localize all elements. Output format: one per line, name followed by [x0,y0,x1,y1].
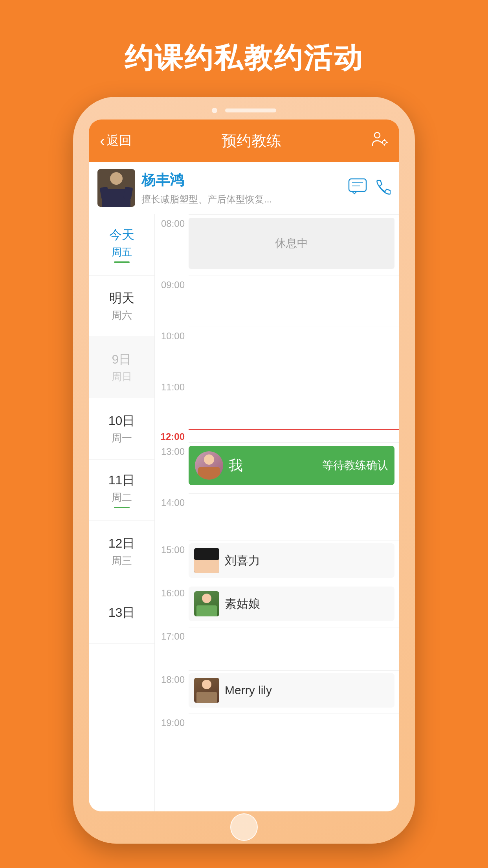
app-header: ‹ 返回 预约教练 [89,120,399,162]
time-label-0900: 09:00 [155,276,189,291]
date-item-13[interactable]: 13日 [89,582,154,644]
merry-name: Merry lily [225,684,272,697]
time-label-1700: 17:00 [155,627,189,642]
su-name: 素姑娘 [225,596,260,612]
date-item-today[interactable]: 今天 周五 [89,214,154,276]
date-item-tomorrow[interactable]: 明天 周六 [89,276,154,337]
time-row-1600: 16:00 素姑娘 [155,584,399,627]
time-content-1700 [189,627,399,662]
time-row-1700: 17:00 [155,627,399,670]
rest-block: 休息中 [189,218,394,269]
phone-bottom [230,811,258,843]
su-avatar [194,591,219,616]
back-button[interactable]: ‹ 返回 [100,132,132,149]
svg-point-0 [374,132,380,138]
time-row-0800: 08:00 休息中 [155,214,399,276]
time-content-1400 [189,493,399,533]
time-schedule: 08:00 休息中 09:00 [155,214,399,811]
phone-mockup: ‹ 返回 预约教练 [73,97,415,844]
schedule-area: 今天 周五 明天 周六 9日 周日 [89,214,399,811]
settings-icon[interactable] [371,131,388,151]
time-content-1600: 素姑娘 [189,584,399,621]
header-title: 预约教练 [132,131,371,151]
my-booking-block[interactable]: 我 等待教练确认 [189,446,394,485]
phone-speaker [225,108,276,112]
trainer-profile: 杨丰鸿 擅长减脂塑型、产后体型恢复... [89,162,399,214]
phone-speaker-area [212,108,276,113]
liu-avatar [194,548,219,573]
home-button[interactable] [230,813,258,841]
time-row-1300: 13:00 我 等待教练确认 [155,442,399,493]
svg-rect-6 [349,179,366,191]
my-booking-avatar [195,451,223,480]
trainer-avatar [97,169,135,207]
trainer-description: 擅长减脂塑型、产后体型恢复... [141,193,348,206]
page-title: 约课约私教约活动 [0,0,488,77]
message-icon[interactable] [348,178,367,198]
time-label-1300: 13:00 [155,442,189,457]
date-item-10[interactable]: 10日 周一 [89,398,154,460]
time-row-1900: 19:00 [155,714,399,757]
time-content-1500: 刘喜力 [189,541,399,578]
time-content-1000 [189,327,399,370]
my-booking-label: 我 [229,456,243,475]
time-content-1200-marker [189,429,399,435]
time-row-1500: 15:00 刘喜力 [155,541,399,584]
date-sidebar: 今天 周五 明天 周六 9日 周日 [89,214,155,811]
svg-point-1 [382,140,386,144]
phone-call-icon[interactable] [374,178,391,198]
time-content-1900 [189,714,399,749]
slot-liu[interactable]: 刘喜力 [189,543,394,578]
time-label-1500: 15:00 [155,541,189,555]
merry-avatar [194,678,219,703]
time-content-0900 [189,276,399,319]
time-label-1200: 12:00 [155,429,189,442]
trainer-name: 杨丰鸿 [141,171,348,190]
back-chevron-icon: ‹ [100,133,105,149]
time-row-1200: 12:00 [155,429,399,442]
trainer-info: 杨丰鸿 擅长减脂塑型、产后体型恢复... [135,171,348,206]
time-label-1400: 14:00 [155,493,189,508]
booking-status: 等待教练确认 [322,458,388,473]
time-label-1800: 18:00 [155,670,189,685]
time-row-1800: 18:00 Merry lily [155,670,399,714]
time-content-1800: Merry lily [189,670,399,708]
time-label-1100: 11:00 [155,378,189,393]
time-content-0800: 休息中 [189,214,399,272]
slot-su[interactable]: 素姑娘 [189,587,394,621]
date-item-12[interactable]: 12日 周三 [89,521,154,582]
time-row-1100: 11:00 [155,378,399,429]
phone-dot [212,108,217,113]
phone-screen: ‹ 返回 预约教练 [89,120,399,811]
slot-merry[interactable]: Merry lily [189,673,394,708]
time-label-0800: 08:00 [155,214,189,229]
time-row-0900: 09:00 [155,276,399,327]
time-content-1300: 我 等待教练确认 [189,442,399,488]
date-item-11[interactable]: 11日 周二 [89,460,154,521]
time-row-1400: 14:00 [155,493,399,541]
time-label-1900: 19:00 [155,714,189,728]
liu-name: 刘喜力 [225,553,260,569]
time-row-1000: 10:00 [155,327,399,378]
trainer-action-icons [348,178,391,198]
time-label-1600: 16:00 [155,584,189,599]
date-item-9[interactable]: 9日 周日 [89,337,154,398]
time-label-1000: 10:00 [155,327,189,342]
time-content-1100 [189,378,399,421]
